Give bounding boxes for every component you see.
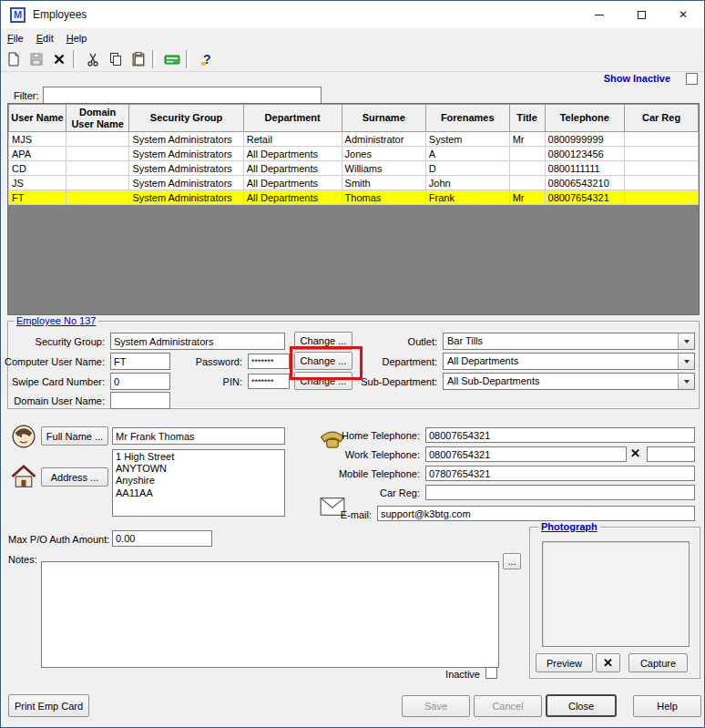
table-cell[interactable]: [625, 132, 699, 147]
table-row[interactable]: JSSystem AdministratorsAll DepartmentsSm…: [9, 176, 699, 190]
save-icon[interactable]: [26, 49, 46, 69]
table-cell[interactable]: [625, 147, 699, 161]
table-cell[interactable]: Mr: [509, 190, 545, 205]
table-row[interactable]: MJSSystem AdministratorsRetailAdministra…: [9, 132, 699, 147]
table-cell[interactable]: [66, 147, 129, 161]
sub-department-combobox[interactable]: All Sub-Departments: [443, 373, 695, 390]
table-cell[interactable]: 08007654321: [545, 190, 625, 205]
column-header[interactable]: Domain User Name: [66, 105, 129, 132]
column-header[interactable]: Title: [509, 105, 545, 132]
save-button[interactable]: Save: [402, 695, 470, 717]
table-cell[interactable]: MJS: [9, 132, 66, 147]
notes-textarea[interactable]: [41, 561, 499, 668]
address-button[interactable]: Address ...: [41, 467, 108, 487]
table-cell[interactable]: Thomas: [342, 190, 425, 205]
cut-icon[interactable]: [82, 49, 103, 69]
table-cell[interactable]: [66, 161, 129, 176]
table-cell[interactable]: System Administrators: [129, 190, 243, 205]
column-header[interactable]: Car Reg: [625, 105, 699, 132]
table-cell[interactable]: [66, 190, 129, 205]
full-name-field[interactable]: [112, 427, 285, 445]
table-cell[interactable]: [509, 147, 545, 161]
delete-icon[interactable]: [48, 49, 69, 69]
table-cell[interactable]: John: [425, 176, 509, 190]
filter-input[interactable]: [43, 87, 322, 104]
table-cell[interactable]: JS: [9, 176, 66, 190]
table-cell[interactable]: D: [425, 161, 509, 176]
notes-more-button[interactable]: ...: [503, 553, 521, 569]
pin-field[interactable]: [248, 374, 290, 389]
menu-edit[interactable]: Edit: [30, 31, 60, 46]
column-header[interactable]: Surname: [342, 105, 425, 132]
column-header[interactable]: Department: [243, 105, 342, 132]
chevron-down-icon[interactable]: [678, 333, 694, 349]
home-telephone-field[interactable]: [425, 427, 695, 443]
table-row[interactable]: CDSystem AdministratorsAll DepartmentsWi…: [9, 161, 699, 176]
table-cell[interactable]: System Administrators: [129, 147, 243, 161]
domain-user-name-field[interactable]: [110, 392, 170, 409]
table-cell[interactable]: [66, 132, 129, 147]
maximize-button[interactable]: [620, 1, 662, 28]
table-cell[interactable]: All Departments: [243, 176, 342, 190]
table-cell[interactable]: A: [425, 147, 509, 161]
new-icon[interactable]: [3, 49, 24, 69]
mobile-telephone-field[interactable]: [425, 466, 695, 481]
table-cell[interactable]: Jones: [342, 147, 425, 161]
work-telephone-ext-field[interactable]: [647, 446, 695, 462]
car-reg-field[interactable]: [425, 485, 695, 500]
minimize-button[interactable]: [578, 1, 620, 28]
column-header[interactable]: Forenames: [425, 105, 509, 132]
password-field[interactable]: [248, 354, 290, 369]
work-telephone-field[interactable]: [425, 446, 627, 462]
help-icon[interactable]: ?: [195, 49, 216, 69]
table-row[interactable]: APASystem AdministratorsAll DepartmentsJ…: [9, 147, 699, 161]
table-cell[interactable]: APA: [9, 147, 66, 161]
close-window-button[interactable]: ✕: [662, 1, 704, 28]
photo-capture-button[interactable]: Capture: [628, 653, 688, 672]
table-cell[interactable]: All Departments: [243, 161, 342, 176]
full-name-button[interactable]: Full Name ...: [41, 426, 108, 446]
max-po-field[interactable]: [112, 530, 212, 547]
table-cell[interactable]: Smith: [342, 176, 425, 190]
table-cell[interactable]: All Departments: [243, 147, 342, 161]
table-cell[interactable]: 0800123456: [545, 147, 625, 161]
department-combobox[interactable]: All Departments: [443, 353, 695, 370]
table-cell[interactable]: Mr: [509, 132, 545, 147]
card-icon[interactable]: [161, 49, 182, 69]
close-button[interactable]: Close: [546, 694, 617, 717]
table-cell[interactable]: All Departments: [243, 190, 342, 205]
table-cell[interactable]: [625, 161, 699, 176]
clear-work-phone-button[interactable]: ✕: [630, 447, 640, 459]
column-header[interactable]: Telephone: [545, 105, 625, 132]
table-cell[interactable]: [625, 176, 699, 190]
copy-icon[interactable]: [105, 49, 126, 69]
paste-icon[interactable]: [128, 49, 148, 69]
table-cell[interactable]: [625, 190, 699, 205]
table-row[interactable]: FTSystem AdministratorsAll DepartmentsTh…: [9, 190, 699, 205]
cancel-button[interactable]: Cancel: [474, 695, 542, 717]
table-cell[interactable]: CD: [9, 161, 66, 176]
delete-photo-button[interactable]: ✕: [596, 653, 620, 672]
chevron-down-icon[interactable]: [678, 374, 694, 389]
menu-file[interactable]: File: [1, 31, 30, 46]
menu-help[interactable]: Help: [60, 31, 94, 46]
table-cell[interactable]: Frank: [425, 190, 509, 205]
table-cell[interactable]: [509, 161, 545, 176]
table-cell[interactable]: FT: [9, 190, 66, 205]
print-emp-card-button[interactable]: Print Emp Card: [8, 694, 89, 717]
table-cell[interactable]: System Administrators: [129, 132, 243, 147]
table-cell[interactable]: 08006543210: [545, 176, 625, 190]
swipe-card-field[interactable]: [110, 373, 170, 390]
security-group-field[interactable]: [110, 333, 285, 350]
help-button[interactable]: Help: [633, 695, 701, 717]
table-cell[interactable]: System Administrators: [129, 161, 243, 176]
address-field[interactable]: 1 High Street ANYTOWN Anyshire AA11AA: [112, 449, 285, 517]
table-cell[interactable]: Retail: [243, 132, 342, 147]
table-cell[interactable]: Administrator: [342, 132, 425, 147]
chevron-down-icon[interactable]: [678, 354, 694, 369]
table-cell[interactable]: [509, 176, 545, 190]
email-field[interactable]: [377, 506, 695, 521]
outlet-combobox[interactable]: Bar Tills: [443, 333, 695, 350]
table-cell[interactable]: 0800999999: [545, 132, 625, 147]
column-header[interactable]: Security Group: [129, 105, 243, 132]
